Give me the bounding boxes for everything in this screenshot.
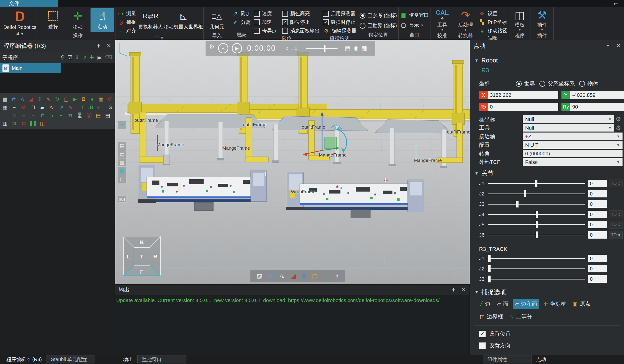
subprogram-tool-icon[interactable]: ⚲ [61,54,65,61]
subprogram-tool-icon[interactable]: ✚ [90,54,94,61]
coord-system-radio[interactable]: 物体 [579,80,598,88]
joint-value-input[interactable] [588,200,607,208]
toolbox-icon[interactable]: ⚙ [79,95,87,103]
joint-slider[interactable] [488,231,585,239]
video-record-icon[interactable]: ◉ [353,45,359,52]
configuration-dropdown[interactable]: N U T▼ [523,141,623,149]
joint-value-input[interactable] [588,211,607,218]
toolbox-icon[interactable]: ◢ [27,95,35,103]
toolbox-icon[interactable]: ● [94,104,103,111]
panel-tab[interactable]: Stäubli 单元配置 [46,355,95,364]
pdf-export-icon[interactable]: ▤ [345,45,351,52]
jog-to-button[interactable]: TO▲▼ [609,210,623,218]
jog-to-button[interactable]: TO▲▼ [609,221,623,228]
menu-item[interactable]: 文件 [0,0,58,7]
coord-system-radio[interactable]: 世界 [516,80,535,88]
snap-mode-button[interactable]: ▱ 面 [495,299,511,309]
joint-slider[interactable] [488,221,585,229]
settings-button[interactable]: ⚙设置 [479,10,507,17]
viewport-side-button[interactable]: ▦ [118,167,127,175]
snap-mode-button[interactable]: ↘ 二等分 [507,312,534,322]
snap-button[interactable]: ◎捕捉 [117,18,136,26]
window-minimize-icon[interactable]: — [603,1,608,7]
toolbox-icon[interactable]: ∿ [45,95,52,103]
snap-mode-button[interactable]: ✛ 坐标框 [541,299,569,309]
program-area[interactable] [0,130,115,355]
viewport-tool-icon[interactable]: ⇄ [268,273,274,280]
move-path-button[interactable]: ↳移动路径 [479,27,507,35]
subprogram-tool-icon[interactable]: ⇓ [75,54,79,61]
toolbox-icon[interactable]: ∿ [48,104,56,111]
coord-system-radio[interactable]: 父系坐标系 [539,80,575,88]
edit-detector-button[interactable]: ⚙编辑探测器 [323,27,356,35]
set-position-checkbox[interactable]: ✓ 设置位置 [470,326,624,338]
subprogram-tool-icon[interactable]: ⇗ [82,54,87,61]
set-orientation-checkbox[interactable]: ✓ 设置方向 [470,338,624,349]
jog-button[interactable]: ☝ 点动 [91,8,114,32]
track-joint-value-input[interactable] [588,255,607,262]
toolbox-icon[interactable]: Ⓢ [85,112,93,119]
geometry-button[interactable]: □△ 几何元 [205,8,229,32]
panel-tab[interactable]: 输出 [119,355,137,364]
play-button[interactable]: ▶ [232,43,242,53]
viewport-side-button[interactable]: ◫ [118,175,127,183]
panel-tab[interactable]: 程序编辑器 (R3) [2,355,46,364]
joint-value-input[interactable] [588,190,607,197]
snap-options-header[interactable]: ▼ 捕捉选项 [470,285,624,296]
sub-view-button[interactable]: SUB [118,196,127,203]
toolbox-icon[interactable]: ▢ [62,95,70,103]
viewport-tool-icon[interactable]: ⌖ [335,273,339,280]
tool-dropdown[interactable]: Null▼ [523,124,614,132]
rotation-input[interactable] [488,103,558,111]
toolbox-icon[interactable]: ▶ [71,95,79,103]
simulation-settings-button[interactable]: ⚙ ▾ [209,43,215,53]
toolbox-icon[interactable]: ＝ [1,112,9,119]
joint-slider[interactable] [488,190,585,198]
toolbox-icon[interactable]: →B [85,104,93,111]
toolbox-icon[interactable]: Π [29,104,37,111]
3d-viewport[interactable]: 点动 ou [115,40,470,284]
toolbox-icon[interactable]: ▤ [104,112,112,119]
track-joint-value-input[interactable] [588,265,607,273]
joint-value-input[interactable] [588,180,607,187]
snap-mode-button[interactable]: ▱ 边和面 [513,299,539,309]
move-button[interactable]: ✛ 移动 [66,8,90,32]
jog-to-button[interactable]: TO▲▼ [609,231,623,239]
pin-icon[interactable]: Ŧ [606,43,610,49]
toolbox-icon[interactable]: ∿ [66,104,75,111]
close-icon[interactable]: ✕ [107,43,111,49]
track-joint-value-input[interactable] [588,275,607,283]
jog-to-button[interactable]: TO▲▼ [609,180,623,187]
track-joint-slider[interactable] [488,275,585,283]
snap-mode-button[interactable]: ╱ 边 [478,299,493,309]
close-icon[interactable]: ✕ [462,287,466,293]
close-icon[interactable]: ✕ [616,43,621,49]
track-joint-slider[interactable] [488,254,585,263]
position-input[interactable] [488,91,558,99]
pnp-coords-button[interactable]: ▚PnP坐标 [479,18,507,26]
panel-tab[interactable]: 监控窗口 [137,355,186,364]
robot-section-header[interactable]: ▼ Robot [470,53,624,64]
singularity-checkbox[interactable]: 奇异点 [254,27,277,35]
panel-tab[interactable]: 点动 [532,355,550,364]
viewport-tool-icon[interactable]: ▨ [257,273,263,280]
toolbox-icon[interactable]: ⌛ [76,112,84,119]
approach-axis-dropdown[interactable]: +Z▼ [523,133,623,140]
joint-slider[interactable] [488,179,585,188]
calibration-tool-button[interactable]: CAL⌖ 工具 ▾ [432,8,453,32]
position-input[interactable] [570,91,624,99]
speed-slider[interactable] [306,45,338,52]
toolbox-icon[interactable]: ⇆ [66,112,75,119]
toolbox-icon[interactable]: ⇇ [20,120,28,127]
base-frame-gear-icon[interactable]: ⚙ [614,116,623,123]
viewport-side-button[interactable]: ▧ [118,158,127,167]
toolbox-icon[interactable]: ¬ [29,112,37,119]
navigation-cube[interactable]: B L T R F [123,236,161,277]
toolbox-icon[interactable]: ↻ [10,112,19,119]
app-button[interactable]: D Delfoi Robotics 4.5 [1,8,38,32]
toolbox-icon[interactable]: ◫ [38,120,47,127]
tree-item-main[interactable]: M Main [0,63,61,73]
select-button[interactable]: 选择 [41,8,65,32]
joint-slider[interactable] [488,210,585,219]
toolbox-icon[interactable]: ⌐ [20,112,28,119]
